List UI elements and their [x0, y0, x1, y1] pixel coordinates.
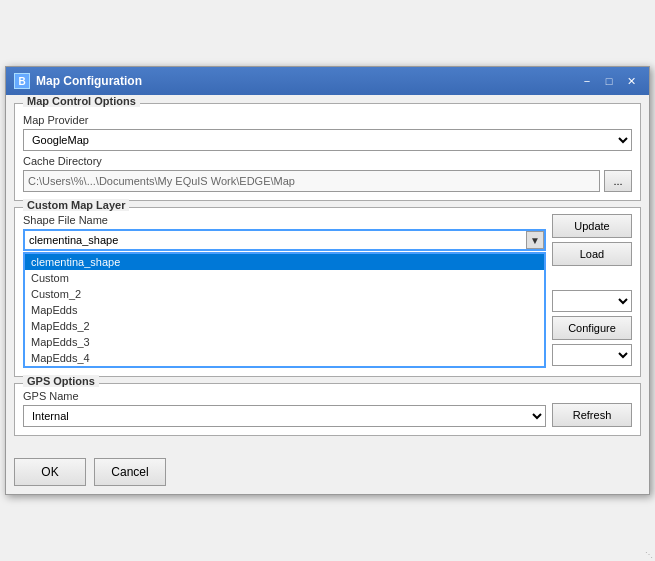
- cache-label: Cache Directory: [23, 155, 632, 167]
- close-button[interactable]: ✕: [621, 72, 641, 90]
- map-control-options-label: Map Control Options: [23, 95, 140, 107]
- maximize-button[interactable]: □: [599, 72, 619, 90]
- footer: OK Cancel: [6, 450, 649, 494]
- shape-dropdown-list: clementina_shape Custom Custom_2 MapEdds…: [23, 252, 546, 368]
- shape-dropdown-wrapper: ▼: [23, 229, 546, 251]
- title-bar: B Map Configuration − □ ✕: [6, 67, 649, 95]
- custom-map-inner: Shape File Name ▼ clementina_shape Custo…: [23, 214, 632, 368]
- title-bar-controls: − □ ✕: [577, 72, 641, 90]
- shape-option-mapedds3[interactable]: MapEdds_3: [25, 334, 544, 350]
- map-configuration-window: B Map Configuration − □ ✕ Map Control Op…: [5, 66, 650, 495]
- configure-spacer: Configure: [552, 290, 632, 366]
- shape-file-label: Shape File Name: [23, 214, 546, 226]
- shape-option-mapedds2[interactable]: MapEdds_2: [25, 318, 544, 334]
- configure-select-1[interactable]: [552, 290, 632, 312]
- custom-map-right: Update Load Configure: [552, 214, 632, 366]
- resize-dots: ⋱: [645, 551, 653, 559]
- gps-name-select[interactable]: Internal External: [23, 405, 546, 427]
- shape-option-mapedds[interactable]: MapEdds: [25, 302, 544, 318]
- ok-button[interactable]: OK: [14, 458, 86, 486]
- shape-option-mapedds4[interactable]: MapEdds_4: [25, 350, 544, 366]
- window-icon: B: [14, 73, 30, 89]
- provider-label: Map Provider: [23, 114, 632, 126]
- gps-section: GPS Name Internal External Refresh: [23, 390, 632, 427]
- custom-map-left: Shape File Name ▼ clementina_shape Custo…: [23, 214, 546, 368]
- provider-row: GoogleMap BingMap OpenStreetMap: [23, 129, 632, 151]
- shape-option-clementina[interactable]: clementina_shape: [25, 254, 544, 270]
- refresh-button[interactable]: Refresh: [552, 403, 632, 427]
- gps-left: GPS Name Internal External: [23, 390, 546, 427]
- cache-directory-input[interactable]: [23, 170, 600, 192]
- gps-name-row: Internal External: [23, 405, 546, 427]
- shape-option-custom2[interactable]: Custom_2: [25, 286, 544, 302]
- configure-row-1: [552, 290, 632, 312]
- cache-row: ...: [23, 170, 632, 192]
- custom-map-layer-label: Custom Map Layer: [23, 199, 129, 211]
- update-button[interactable]: Update: [552, 214, 632, 238]
- custom-map-layer-group: Custom Map Layer Shape File Name ▼ cleme…: [14, 207, 641, 377]
- gps-options-group: GPS Options GPS Name Internal External R…: [14, 383, 641, 436]
- map-provider-select[interactable]: GoogleMap BingMap OpenStreetMap: [23, 129, 632, 151]
- configure-row-2: [552, 344, 632, 366]
- shape-file-input[interactable]: [23, 229, 546, 251]
- gps-options-label: GPS Options: [23, 375, 99, 387]
- gps-name-label: GPS Name: [23, 390, 546, 402]
- browse-button[interactable]: ...: [604, 170, 632, 192]
- cancel-button[interactable]: Cancel: [94, 458, 166, 486]
- window-content: Map Control Options Map Provider GoogleM…: [6, 95, 649, 450]
- configure-button[interactable]: Configure: [552, 316, 632, 340]
- map-control-options-group: Map Control Options Map Provider GoogleM…: [14, 103, 641, 201]
- load-button[interactable]: Load: [552, 242, 632, 266]
- shape-option-custom[interactable]: Custom: [25, 270, 544, 286]
- configure-select-2[interactable]: [552, 344, 632, 366]
- gps-right: Refresh: [552, 403, 632, 427]
- resize-handle[interactable]: ⋱: [643, 549, 655, 561]
- minimize-button[interactable]: −: [577, 72, 597, 90]
- window-title: Map Configuration: [36, 74, 577, 88]
